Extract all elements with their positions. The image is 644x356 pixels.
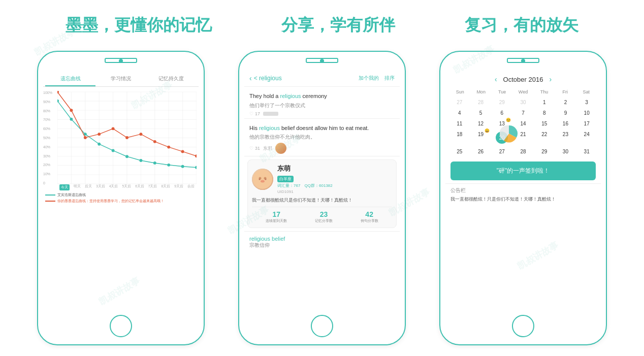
calendar-days: 27 28 29 30 1 2 3 4 5 6 7 8 9 10 11 — [449, 98, 597, 156]
sentence2-chinese: 他的宗教信仰不允许他吃肉。 — [249, 134, 395, 141]
sentence2: His religious belief doesnt allow him to… — [244, 119, 400, 157]
legend: 艾宾浩斯遗忘曲线 你的墨墨遗忘曲线：坚持使用墨墨学习，您的记忆率会越来越高哦！ — [43, 190, 199, 206]
svg-point-23 — [70, 118, 73, 121]
title2: 分享，学有所伴 — [281, 14, 395, 37]
stat-memory: 23 记忆分享数 — [315, 210, 333, 223]
tab-forgetting-curve[interactable]: 遗忘曲线 — [45, 73, 95, 86]
svg-point-39 — [139, 133, 142, 136]
svg-point-42 — [181, 150, 184, 153]
tab-memory-duration[interactable]: 记忆持久度 — [146, 73, 197, 86]
tab-study-status[interactable]: 学习情况 — [95, 73, 146, 86]
word-label: < religious — [254, 75, 282, 82]
stat-sentences: 42 例句分享数 — [361, 210, 378, 223]
notice-title: 公告栏 — [450, 187, 596, 194]
phone3-screen: ‹ October 2016 › Sun Mon Tue Wed Thu Fri… — [445, 70, 601, 311]
weekday-headers: Sun Mon Tue Wed Thu Fri Sat — [449, 88, 597, 95]
svg-point-27 — [125, 155, 128, 158]
header-actions: 加个我的 排序 — [359, 75, 395, 82]
svg-point-25 — [98, 143, 101, 146]
forgetting-curve-chart — [57, 91, 197, 185]
word-entry: religious belief 宗教信仰 — [244, 231, 400, 253]
sentence1-likes: ♡ 17 — [249, 111, 395, 116]
checkin-button[interactable]: "砰"的一声签到啦！ — [450, 161, 596, 180]
next-month-button[interactable]: › — [543, 75, 558, 83]
month-label: October 2016 — [503, 76, 543, 83]
svg-point-28 — [139, 159, 142, 162]
y-axis: 100% 90% 80% 70% 60% 50% 40% 30% 20% 10%… — [43, 91, 52, 185]
svg-point-31 — [181, 165, 184, 168]
sentence2-likes: ♡ 31 东邪 — [249, 143, 395, 154]
profile-header: 东萌 白羊座 词汇量：767 QQ群：601382 UID1091 — [252, 164, 392, 194]
svg-point-38 — [125, 136, 128, 139]
svg-point-26 — [112, 149, 115, 152]
back-button[interactable]: ‹ — [249, 74, 252, 82]
phone1: 遗忘曲线 学习情况 记忆持久度 100% 90% 80% 70% 60% 50%… — [37, 51, 205, 345]
profile-info: 东萌 白羊座 词汇量：767 QQ群：601382 UID1091 — [277, 164, 333, 194]
svg-point-49 — [265, 178, 267, 180]
calendar-grid: Sun Mon Tue Wed Thu Fri Sat 27 28 29 30 … — [445, 88, 601, 156]
svg-point-40 — [153, 140, 156, 143]
svg-point-37 — [112, 127, 115, 130]
svg-point-29 — [153, 161, 156, 165]
svg-point-35 — [84, 136, 87, 139]
phone1-camera — [119, 59, 123, 63]
svg-point-47 — [261, 180, 265, 182]
sentence2-english: His religious belief doesnt allow him to… — [249, 124, 395, 133]
svg-point-44 — [253, 170, 272, 189]
svg-point-22 — [57, 100, 59, 103]
title1: 墨墨，更懂你的记忆 — [66, 14, 212, 37]
avatar — [252, 169, 273, 190]
social-header: ‹ < religious 加个我的 排序 — [244, 70, 400, 87]
notice-board: 公告栏 我一直都很酷炫！只是你们不知道！天哪！真酷炫！ — [445, 183, 601, 206]
phones-row: 遗忘曲线 学习情况 记忆持久度 100% 90% 80% 70% 60% 50%… — [0, 46, 644, 356]
svg-point-36 — [98, 133, 101, 136]
svg-point-30 — [167, 164, 170, 167]
sentence1-chinese: 他们举行了一个宗教仪式 — [249, 102, 395, 109]
user-bio: 我一直都很酷炫只是你们不知道！天哪！真酷炫！ — [252, 197, 392, 204]
stat-streak: 17 连续签到天数 — [266, 210, 287, 223]
svg-point-48 — [259, 178, 261, 180]
chart-area: 100% 90% 80% 70% 60% 50% 40% 30% 20% 10%… — [43, 87, 199, 188]
prev-month-button[interactable]: ‹ — [489, 75, 503, 83]
sentence1-english: They hold a religious ceremony — [249, 92, 395, 101]
tiny-avatar — [275, 143, 286, 154]
svg-point-34 — [70, 109, 73, 112]
phone2-camera — [320, 59, 324, 63]
header: 墨墨，更懂你的记忆 分享，学有所伴 复习，有的放矢 — [0, 0, 644, 46]
svg-point-32 — [195, 166, 197, 169]
user-stats: 17 连续签到天数 23 记忆分享数 42 例句分享数 — [252, 207, 392, 223]
phone2: ‹ < religious 加个我的 排序 They hold a religi… — [238, 51, 406, 345]
svg-point-43 — [195, 154, 197, 157]
user-profile: 东萌 白羊座 词汇量：767 QQ群：601382 UID1091 我一直都很酷… — [247, 159, 397, 228]
phone1-screen: 遗忘曲线 学习情况 记忆持久度 100% 90% 80% 70% 60% 50%… — [43, 70, 199, 311]
svg-point-41 — [167, 146, 170, 149]
add-my-button[interactable]: 加个我的 — [359, 75, 379, 81]
sentence1: They hold a religious ceremony 他们举行了一个宗教… — [244, 87, 400, 119]
notice-text: 我一直都很酷炫！只是你们不知道！天哪！真酷炫！ — [450, 196, 596, 203]
phone3-camera — [521, 59, 525, 63]
phone2-screen: ‹ < religious 加个我的 排序 They hold a religi… — [244, 70, 400, 311]
title3: 复习，有的放矢 — [465, 14, 578, 37]
sort-button[interactable]: 排序 — [384, 75, 395, 81]
phone1-tabs: 遗忘曲线 学习情况 记忆持久度 — [43, 70, 199, 87]
calendar-header: ‹ October 2016 › — [445, 70, 601, 88]
phone3: ‹ October 2016 › Sun Mon Tue Wed Thu Fri… — [439, 51, 607, 345]
